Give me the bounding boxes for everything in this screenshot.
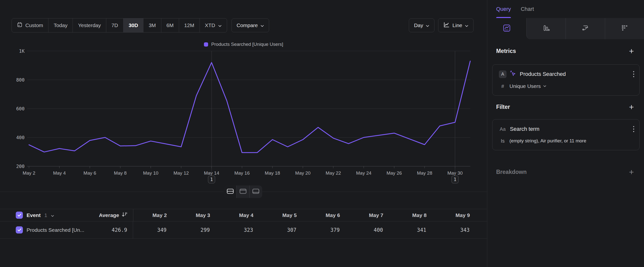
- query-sidebar: Query Chart Metrics + A P: [487, 0, 644, 267]
- add-breakdown-button[interactable]: +: [628, 168, 635, 175]
- series-name-cell: Products Searched [Un...: [0, 226, 99, 233]
- sidebar-tabs: Query Chart: [487, 0, 644, 18]
- chart-type-bar[interactable]: [526, 18, 566, 39]
- text-property-badge: Aa: [499, 126, 506, 132]
- layout-chart-view-button[interactable]: [236, 185, 249, 198]
- range-xtd[interactable]: XTD: [200, 19, 227, 32]
- date-value-cells: 349299323307379400341343: [133, 227, 470, 233]
- chart-type-label: Line: [452, 23, 462, 28]
- kebab-menu-icon[interactable]: [633, 71, 634, 78]
- date-column-header[interactable]: May 6: [297, 212, 340, 218]
- line-chart-icon: [443, 22, 450, 29]
- date-column-header[interactable]: May 4: [210, 212, 253, 218]
- filter-card[interactable]: Aa Search term Is (empty string), Air pu…: [492, 119, 640, 150]
- range-30d[interactable]: 30D: [123, 19, 144, 32]
- range-today[interactable]: Today: [48, 19, 72, 32]
- granularity-dropdown[interactable]: Day: [409, 19, 434, 32]
- kebab-menu-icon[interactable]: [633, 126, 634, 133]
- chart-legend[interactable]: Products Searched [Unique Users]: [0, 42, 487, 47]
- x-axis-label: May 26: [386, 170, 402, 176]
- main-area: CustomTodayYesterday7D30D3M6M12MXTD Comp…: [0, 0, 487, 267]
- layout-split-view-button[interactable]: [224, 185, 236, 198]
- date-column-header[interactable]: May 7: [340, 212, 383, 218]
- series-legend-label: Products Searched [Unique Users]: [211, 42, 284, 47]
- date-column-header[interactable]: May 8: [383, 212, 426, 218]
- event-column-label: Event: [26, 212, 40, 218]
- range-6m[interactable]: 6M: [161, 19, 179, 32]
- x-axis-label: May 18: [265, 170, 280, 176]
- filter-value[interactable]: (empty string), Air purifier, or 11 more: [510, 138, 586, 144]
- filter-property-name: Search term: [510, 126, 540, 132]
- breakdown-title: Breakdown: [496, 169, 527, 175]
- tab-query[interactable]: Query: [496, 0, 511, 18]
- insights-line-icon: [503, 24, 510, 33]
- series-line[interactable]: [29, 61, 470, 152]
- date-value-cell: 400: [340, 227, 383, 233]
- filter-operator: Is: [499, 138, 506, 144]
- series-checkbox[interactable]: [16, 226, 23, 233]
- x-axis-label: May 4: [53, 170, 66, 176]
- x-axis-label: May 2: [23, 170, 36, 176]
- x-axis-label: May 16: [234, 170, 250, 176]
- compare-label: Compare: [237, 23, 258, 28]
- select-all-checkbox[interactable]: [16, 212, 23, 219]
- add-filter-button[interactable]: +: [628, 103, 635, 110]
- annotation-badge-label: 1: [210, 177, 213, 182]
- date-value-cell: 307: [253, 227, 296, 233]
- sort-descending-icon: [122, 212, 128, 218]
- range-label: 12M: [184, 23, 194, 28]
- tab-chart[interactable]: Chart: [521, 0, 534, 18]
- line-chart[interactable]: 1K800600400200May 2May 4May 6May 8May 10…: [0, 47, 487, 190]
- average-value-cell: 426.9: [99, 227, 127, 233]
- add-metric-button[interactable]: +: [628, 48, 635, 55]
- date-value-cell: 379: [296, 227, 340, 233]
- metric-card-row: A Products Searched: [499, 70, 634, 78]
- metric-card[interactable]: A Products Searched # Unique Users: [492, 64, 640, 96]
- chevron-down-icon: [426, 23, 429, 28]
- results-table: Event 1 Average May 2May 3May 4May 5May …: [0, 209, 487, 239]
- insights-report-screen: CustomTodayYesterday7D30D3M6M12MXTD Comp…: [0, 0, 644, 267]
- event-count: 1: [44, 212, 47, 218]
- average-value: 426.9: [112, 227, 127, 233]
- range-custom[interactable]: Custom: [12, 19, 48, 32]
- series-color-swatch: [204, 42, 208, 47]
- table-view-icon: [252, 189, 259, 195]
- table-header-row: Event 1 Average May 2May 3May 4May 5May …: [0, 209, 487, 221]
- chart-type-dropdown[interactable]: Line: [438, 19, 474, 32]
- hash-icon: #: [499, 84, 506, 89]
- x-axis-label: May 12: [174, 170, 189, 176]
- chart-type-metrics[interactable]: [605, 18, 644, 39]
- chart-type-selector: [487, 18, 644, 39]
- metrics-title: Metrics: [496, 48, 516, 55]
- granularity-label: Day: [414, 23, 423, 28]
- range-7d[interactable]: 7D: [106, 19, 123, 32]
- table-row[interactable]: Products Searched [Un... 426.9 349299323…: [0, 221, 487, 239]
- range-3m[interactable]: 3M: [143, 19, 161, 32]
- aggregation-dropdown[interactable]: Unique Users: [510, 83, 546, 89]
- date-column-header[interactable]: May 3: [167, 212, 210, 218]
- y-axis-label: 800: [16, 77, 24, 83]
- date-value-cell: 343: [426, 227, 470, 233]
- date-column-header[interactable]: May 2: [133, 212, 167, 218]
- chart-type-insights[interactable]: [487, 18, 526, 39]
- x-axis-label: May 20: [295, 170, 310, 176]
- average-header-cell[interactable]: Average: [99, 212, 128, 218]
- flow-sankey-icon: [582, 24, 589, 33]
- chart-type-flow[interactable]: [566, 18, 605, 39]
- y-axis-label: 200: [16, 164, 24, 169]
- chevron-down-icon[interactable]: [51, 212, 54, 218]
- series-name: Products Searched [Un...: [26, 227, 84, 233]
- toolbar: CustomTodayYesterday7D30D3M6M12MXTD Comp…: [12, 19, 474, 32]
- range-yesterday[interactable]: Yesterday: [72, 19, 106, 32]
- metric-aggregation-row: # Unique Users: [499, 83, 634, 90]
- date-column-header[interactable]: May 9: [426, 212, 470, 218]
- y-axis-label: 1K: [19, 48, 24, 54]
- chart-view-icon: [240, 189, 246, 195]
- range-label: Yesterday: [78, 23, 101, 28]
- compare-button[interactable]: Compare: [232, 19, 269, 32]
- layout-table-view-button[interactable]: [250, 185, 262, 198]
- breakdown-section-header: Breakdown +: [496, 168, 635, 175]
- date-column-header[interactable]: May 5: [253, 212, 297, 218]
- filter-condition-row: Is (empty string), Air purifier, or 11 m…: [499, 137, 634, 145]
- range-12m[interactable]: 12M: [179, 19, 200, 32]
